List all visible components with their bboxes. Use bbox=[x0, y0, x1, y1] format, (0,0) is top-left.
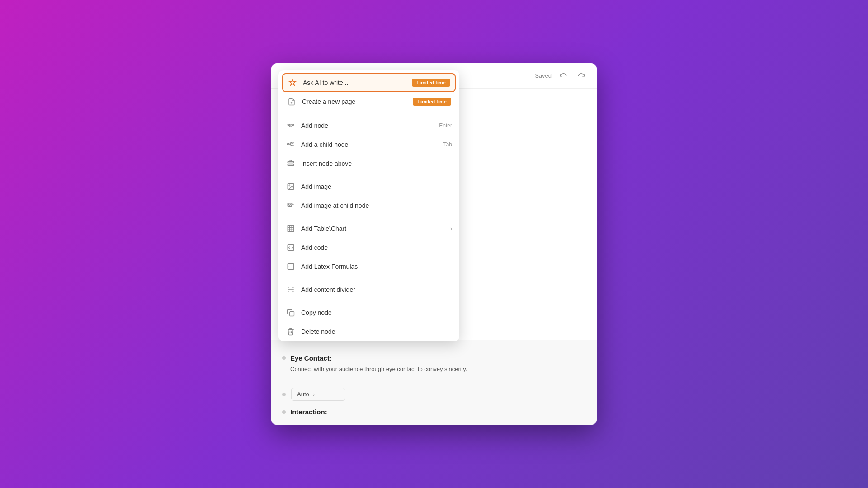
menu-item-insert-node-above[interactable]: Insert node above bbox=[278, 154, 459, 173]
ask-ai-label: Ask AI to write ... bbox=[303, 79, 406, 86]
menu-item-add-image-child[interactable]: Add image at child node bbox=[278, 196, 459, 215]
add-table-icon bbox=[286, 224, 296, 234]
limited-time-badge-page: Limited time bbox=[413, 98, 451, 106]
copy-icon bbox=[286, 308, 296, 318]
add-latex-icon: Σ bbox=[286, 262, 296, 272]
svg-rect-15 bbox=[288, 162, 294, 163]
add-divider-icon bbox=[286, 285, 296, 295]
menu-item-create-page[interactable]: Create a new page Limited time bbox=[282, 93, 456, 110]
sparkle-icon bbox=[288, 78, 297, 88]
menu-item-add-table[interactable]: Add Table\Chart › bbox=[278, 219, 459, 238]
divider-2 bbox=[278, 175, 459, 175]
svg-rect-23 bbox=[288, 225, 294, 232]
copy-node-label: Copy node bbox=[301, 309, 452, 316]
add-code-icon bbox=[286, 243, 296, 253]
svg-text:Σ: Σ bbox=[288, 265, 290, 268]
page-icon bbox=[287, 97, 297, 107]
add-content-divider-label: Add content divider bbox=[301, 286, 452, 293]
menu-item-delete-node[interactable]: Delete node bbox=[278, 322, 459, 341]
add-image-icon bbox=[286, 182, 296, 192]
menu-item-copy-node[interactable]: Copy node bbox=[278, 303, 459, 322]
add-child-node-label: Add a child node bbox=[301, 141, 438, 148]
divider-3 bbox=[278, 217, 459, 217]
svg-rect-5 bbox=[290, 126, 292, 127]
svg-point-20 bbox=[288, 204, 289, 205]
create-page-label: Create a new page bbox=[302, 98, 407, 105]
add-image-label: Add image bbox=[301, 183, 452, 190]
add-child-node-shortcut: Tab bbox=[443, 141, 452, 148]
add-latex-label: Add Latex Formulas bbox=[301, 263, 452, 270]
svg-rect-3 bbox=[292, 124, 294, 125]
add-image-child-label: Add image at child node bbox=[301, 202, 452, 209]
add-code-label: Add code bbox=[301, 244, 452, 251]
delete-node-label: Delete node bbox=[301, 328, 452, 335]
svg-rect-36 bbox=[290, 312, 294, 316]
add-table-label: Add Table\Chart bbox=[301, 225, 445, 232]
add-node-icon bbox=[286, 121, 296, 131]
app-window: Saved audience's interest. Eye Contact bbox=[271, 63, 597, 425]
add-child-node-icon bbox=[286, 140, 296, 150]
divider-4 bbox=[278, 278, 459, 278]
svg-rect-7 bbox=[288, 144, 290, 145]
delete-icon bbox=[286, 327, 296, 337]
svg-rect-9 bbox=[292, 145, 294, 146]
insert-node-above-icon bbox=[286, 159, 296, 169]
svg-rect-14 bbox=[288, 164, 294, 166]
menu-item-add-latex[interactable]: Σ Add Latex Formulas bbox=[278, 257, 459, 276]
menu-item-add-divider[interactable]: Add content divider bbox=[278, 280, 459, 299]
svg-rect-8 bbox=[292, 142, 294, 143]
insert-node-above-label: Insert node above bbox=[301, 160, 452, 167]
context-menu: Ask AI to write ... Limited time Create … bbox=[278, 70, 459, 341]
menu-item-ask-ai[interactable]: Ask AI to write ... Limited time bbox=[282, 73, 456, 92]
svg-point-18 bbox=[289, 185, 290, 186]
add-node-shortcut: Enter bbox=[439, 122, 452, 129]
add-image-child-icon bbox=[286, 201, 296, 211]
menu-item-add-child-node[interactable]: Add a child node Tab bbox=[278, 135, 459, 154]
menu-item-add-code[interactable]: Add code bbox=[278, 238, 459, 257]
menu-item-add-node[interactable]: Add node Enter bbox=[278, 116, 459, 135]
svg-rect-2 bbox=[288, 124, 290, 125]
divider-5 bbox=[278, 301, 459, 301]
dropdown-overlay: Ask AI to write ... Limited time Create … bbox=[271, 63, 597, 425]
divider-1 bbox=[278, 114, 459, 114]
limited-time-badge-ai: Limited time bbox=[412, 79, 450, 87]
add-node-label: Add node bbox=[301, 122, 434, 129]
menu-item-add-image[interactable]: Add image bbox=[278, 177, 459, 196]
submenu-arrow-icon: › bbox=[450, 225, 452, 232]
